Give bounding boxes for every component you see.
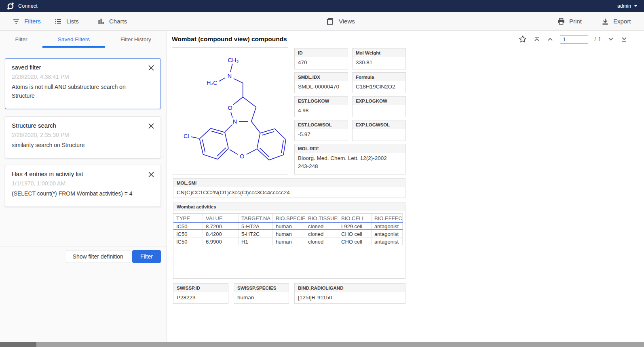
column-header[interactable]: BIO.SPECIE [273, 214, 305, 222]
filters-sidebar: Filter Saved Filters Filter History save… [0, 31, 167, 342]
field-est-logwsol: EST.LOGWSOL -5.97 [294, 120, 348, 141]
filters-button[interactable]: Filters [12, 17, 41, 25]
table-cell: H1 [239, 238, 273, 245]
close-icon[interactable] [148, 122, 155, 130]
page-number-input[interactable] [560, 35, 588, 44]
saved-filter-timestamp: 2/28/2020, 4:38:41 PM [12, 74, 154, 80]
field-mol-smi: MOL.SMI CN(C)CC1CC2N(O1)c3cc(Cl)ccc3Oc4c… [173, 178, 405, 198]
field-label: SWISSP.SPECIES [234, 284, 289, 292]
next-record-icon[interactable] [607, 36, 614, 43]
close-icon[interactable] [148, 64, 155, 72]
table-cell: 8.4200 [203, 230, 239, 237]
field-label: EXP.LOGWSOL [353, 120, 405, 129]
saved-filter-card[interactable]: Structure search 2/28/2020, 2:35:30 PM s… [5, 116, 161, 158]
app-name: Connect [18, 3, 38, 9]
field-label: MOL.REF [295, 144, 405, 153]
atom-label-ring-n: N [233, 118, 237, 125]
field-value [353, 105, 405, 108]
filters-label: Filters [24, 18, 41, 25]
charts-button[interactable]: Charts [97, 17, 127, 25]
export-button[interactable]: Export [601, 17, 631, 25]
table-cell: human [273, 238, 305, 245]
field-exp-logwsol: EXP.LOGWSOL [352, 120, 406, 141]
field-label: ID [295, 48, 348, 57]
field-value: CN(C)CC1CC2N(O1)c3cc(Cl)ccc3Oc4ccccc24 [173, 187, 405, 198]
close-icon[interactable] [148, 171, 155, 178]
user-menu-label: admin [617, 3, 631, 9]
table-row[interactable]: IC50 6.9900 H1 human cloned CHO cell ant… [173, 238, 403, 245]
field-label: EST.LOGKOW [295, 97, 348, 105]
table-cell: 8.7200 [203, 223, 239, 229]
field-est-logkow: EST.LOGKOW 4.98 [294, 96, 348, 117]
download-icon [601, 17, 609, 25]
field-swissp-species: SWISSP.SPECIES human [234, 283, 289, 304]
table-cell: 6.9900 [203, 238, 239, 245]
table-row[interactable]: IC50 8.4200 5-HT2C human cloned CHO cell… [173, 230, 403, 238]
charts-label: Charts [109, 18, 127, 25]
record-pager: /1 [518, 31, 628, 48]
field-value: [125I]R-91150 [295, 292, 405, 303]
chevron-down-icon [634, 5, 638, 7]
favorite-star-icon[interactable] [518, 35, 527, 44]
previous-record-icon[interactable] [547, 36, 554, 43]
column-header[interactable]: BIO.EFFECT [372, 214, 403, 222]
tab-filter-history[interactable]: Filter History [105, 31, 167, 48]
table-cell: cloned [305, 230, 338, 237]
column-header[interactable]: TYPE [173, 214, 203, 222]
last-record-icon[interactable] [621, 36, 628, 43]
field-value: 470 [295, 57, 348, 68]
field-label: EST.LOGWSOL [295, 120, 348, 129]
user-menu[interactable]: admin [617, 3, 638, 9]
column-header[interactable]: BIO.TISSUES [305, 214, 338, 222]
lists-button[interactable]: Lists [54, 17, 79, 25]
table-cell: antagonist [372, 238, 403, 245]
atom-label-methyl-top: CH₃ [228, 57, 239, 63]
field-value: human [234, 292, 289, 303]
saved-filter-description: (SELECT count(*) FROM Wombat activities)… [12, 189, 145, 198]
column-header[interactable]: VALUE [203, 214, 239, 222]
table-cell: human [273, 223, 305, 229]
table-row[interactable]: IC50 8.7200 5-HT2A human cloned L929 cel… [173, 222, 403, 230]
saved-filter-card[interactable]: saved filter 2/28/2020, 4:38:41 PM Atoms… [5, 58, 161, 109]
field-label: Mol Weight [353, 48, 405, 57]
table-cell: cloned [305, 223, 338, 229]
compound-view-panel: Wombat (compound view) compounds /1 [167, 31, 644, 342]
activities-header-row: TYPE VALUE TARGET.NA BIO.SPECIE BIO.TISS… [173, 213, 403, 222]
saved-filter-title: Has 4 entries in activity list [12, 170, 154, 177]
table-cell: CHO cell [338, 238, 372, 245]
horizontal-scrollbar[interactable] [0, 342, 644, 347]
table-cell: 5-HT2A [239, 223, 273, 229]
field-value: -5.97 [295, 129, 348, 140]
field-label: MOL.SMI [173, 179, 405, 187]
tab-filter[interactable]: Filter [0, 31, 42, 48]
table-cell: cloned [305, 238, 338, 245]
field-value [353, 129, 405, 132]
views-button[interactable]: Views [326, 17, 355, 26]
saved-filter-description: similarity search on Structure [12, 141, 145, 150]
print-label: Print [569, 18, 582, 25]
table-cell: antagonist [372, 223, 403, 229]
table-cell: human [273, 230, 305, 237]
sidebar-actions: Show filter definition Filter [0, 246, 167, 342]
views-stacked-squares-icon [326, 17, 335, 26]
first-record-icon[interactable] [533, 36, 541, 43]
filter-apply-button[interactable]: Filter [132, 250, 161, 263]
compound-view-header: Wombat (compound view) compounds /1 [167, 31, 644, 48]
atom-label-amine-n: N [228, 73, 232, 79]
printer-icon [557, 17, 565, 25]
saved-filter-card[interactable]: Has 4 entries in activity list 1/1/1970,… [5, 165, 161, 207]
print-button[interactable]: Print [557, 17, 582, 25]
atom-label-methyl-left: H₃C [207, 80, 217, 86]
field-label: SMDL.IDX [295, 73, 348, 81]
saved-filter-title: Structure search [12, 122, 154, 129]
column-header[interactable]: TARGET.NA [239, 214, 273, 222]
show-filter-definition-button[interactable]: Show filter definition [66, 250, 130, 263]
scrollbar-corner [0, 342, 36, 347]
field-swissp-id: SWISSP.ID P28223 [173, 283, 228, 304]
total-pages: 1 [598, 36, 601, 42]
field-label: SWISSP.ID [173, 284, 228, 292]
column-header[interactable]: BIO.CELL [338, 214, 372, 222]
tab-saved-filters[interactable]: Saved Filters [42, 31, 105, 48]
field-mol-ref: MOL.REF Bioorg. Med. Chem. Lett. 12(2)-2… [294, 144, 406, 175]
scrollbar-thumb[interactable] [36, 342, 644, 347]
